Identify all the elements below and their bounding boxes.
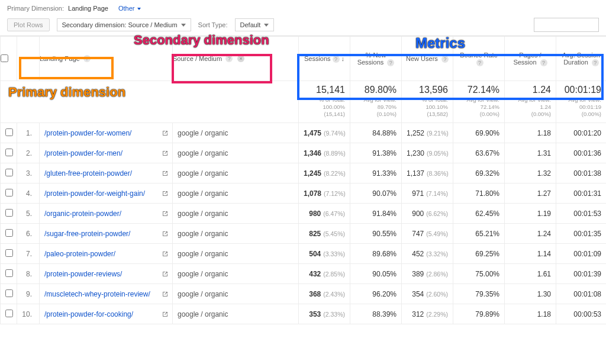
external-link-icon[interactable] — [162, 170, 169, 177]
source-medium-header[interactable]: Source / Medium?× — [173, 37, 299, 81]
plot-rows-button[interactable]: Plot Rows — [7, 18, 50, 31]
table-row: 6./sugar-free-protein-powder/google / or… — [1, 224, 607, 244]
table-row: 9./muscletech-whey-protein-review/google… — [1, 284, 607, 304]
row-checkbox[interactable] — [1, 304, 17, 324]
chevron-down-icon — [181, 24, 186, 27]
landing-page-cell[interactable]: /protein-powder-for-men/ — [40, 143, 173, 163]
external-link-icon[interactable] — [162, 190, 169, 197]
row-checkbox[interactable] — [1, 284, 17, 304]
external-link-icon[interactable] — [162, 230, 169, 237]
dur-cell: 00:01:09 — [556, 244, 607, 264]
bounce-cell: 75.00% — [453, 264, 505, 284]
bounce-cell: 69.32% — [453, 163, 505, 183]
pps-cell: 1.14 — [505, 244, 556, 264]
dur-cell: 00:01:53 — [556, 204, 607, 224]
pps-cell: 1.18 — [505, 123, 556, 143]
row-checkbox[interactable] — [1, 143, 17, 163]
row-checkbox[interactable] — [1, 183, 17, 204]
new-users-cell: 354(2.60%) — [402, 284, 453, 304]
row-checkbox[interactable] — [1, 123, 17, 143]
pct-new-cell: 90.07% — [350, 183, 402, 204]
landing-page-header[interactable]: Landing Page? — [40, 37, 173, 81]
dur-cell: 00:01:36 — [556, 143, 607, 163]
remove-dimension-icon[interactable]: × — [237, 55, 244, 62]
new-users-cell: 1,137(8.36%) — [402, 163, 453, 183]
new-users-cell: 971(7.14%) — [402, 183, 453, 204]
landing-page-cell[interactable]: /protein-powder-for-cooking/ — [40, 304, 173, 324]
select-all-checkbox[interactable] — [1, 37, 17, 81]
row-checkbox[interactable] — [1, 163, 17, 183]
source-medium-cell[interactable]: google / organic — [173, 123, 299, 143]
external-link-icon[interactable] — [162, 130, 169, 137]
sort-type-label: Sort Type: — [198, 21, 228, 28]
row-index: 9. — [17, 284, 40, 304]
new-users-cell: 452(3.32%) — [402, 244, 453, 264]
external-link-icon[interactable] — [162, 150, 169, 157]
sessions-cell: 825(5.45%) — [299, 224, 350, 244]
pct-new-cell: 90.55% — [350, 224, 402, 244]
table-row: 5./organic-protein-powder/google / organ… — [1, 204, 607, 224]
pct-new-cell: 91.38% — [350, 143, 402, 163]
source-medium-cell[interactable]: google / organic — [173, 284, 299, 304]
landing-page-cell[interactable]: /gluten-free-protein-powder/ — [40, 163, 173, 183]
landing-page-cell[interactable]: /paleo-protein-powder/ — [40, 244, 173, 264]
source-medium-cell[interactable]: google / organic — [173, 224, 299, 244]
primary-dim-value[interactable]: Landing Page — [68, 5, 108, 12]
landing-page-cell[interactable]: /protein-powder-for-women/ — [40, 123, 173, 143]
table-row: 7./paleo-protein-powder/google / organic… — [1, 244, 607, 264]
source-medium-cell[interactable]: google / organic — [173, 183, 299, 204]
search-input[interactable] — [534, 18, 599, 32]
landing-page-cell[interactable]: /sugar-free-protein-powder/ — [40, 224, 173, 244]
dur-cell: 00:01:31 — [556, 183, 607, 204]
bounce-cell: 65.21% — [453, 224, 505, 244]
pct-new-cell: 88.39% — [350, 304, 402, 324]
source-medium-cell[interactable]: google / organic — [173, 204, 299, 224]
new-users-total: 13,596% of Total:100.10%(13,582) — [402, 81, 453, 123]
new-users-cell: 1,230(9.05%) — [402, 143, 453, 163]
external-link-icon[interactable] — [162, 250, 169, 257]
pages-session-header[interactable]: Pages / Session ? — [505, 37, 556, 81]
external-link-icon[interactable] — [162, 311, 169, 318]
secondary-dimension-select[interactable]: Secondary dimension: Source / Medium — [57, 18, 191, 31]
pct-new-cell: 89.68% — [350, 244, 402, 264]
help-icon[interactable]: ? — [83, 55, 91, 62]
pps-cell: 1.32 — [505, 163, 556, 183]
row-checkbox[interactable] — [1, 224, 17, 244]
new-users-cell: 389(2.86%) — [402, 264, 453, 284]
source-medium-cell[interactable]: google / organic — [173, 264, 299, 284]
external-link-icon[interactable] — [162, 291, 169, 298]
landing-page-cell[interactable]: /muscletech-whey-protein-review/ — [40, 284, 173, 304]
source-medium-cell[interactable]: google / organic — [173, 143, 299, 163]
pct-new-cell: 91.84% — [350, 204, 402, 224]
pps-cell: 1.61 — [505, 264, 556, 284]
dur-total: 00:01:19Avg for View:00:01:19(0.00%) — [556, 81, 607, 123]
primary-dim-other[interactable]: Other — [118, 5, 141, 12]
external-link-icon[interactable] — [162, 210, 169, 217]
pct-new-cell: 91.33% — [350, 163, 402, 183]
pct-new-sessions-header[interactable]: % New Sessions ? — [350, 37, 402, 81]
row-index-header — [17, 37, 40, 81]
sort-type-select[interactable]: Default — [235, 18, 275, 31]
source-medium-cell[interactable]: google / organic — [173, 304, 299, 324]
external-link-icon[interactable] — [162, 270, 169, 278]
sessions-cell: 1,245(8.22%) — [299, 163, 350, 183]
landing-page-cell[interactable]: /protein-powder-reviews/ — [40, 264, 173, 284]
dur-cell: 00:01:20 — [556, 123, 607, 143]
help-icon[interactable]: ? — [225, 55, 233, 62]
bounce-rate-header[interactable]: Bounce Rate ? — [453, 37, 505, 81]
landing-page-cell[interactable]: /protein-powder-for-weight-gain/ — [40, 183, 173, 204]
new-users-header[interactable]: New Users ? — [402, 37, 453, 81]
sessions-total: 15,141% of Total:100.00%(15,141) — [299, 81, 350, 123]
bounce-total: 72.14%Avg for View:72.14%(0.00%) — [453, 81, 505, 123]
source-medium-cell[interactable]: google / organic — [173, 244, 299, 264]
source-medium-cell[interactable]: google / organic — [173, 163, 299, 183]
new-users-cell: 747(5.49%) — [402, 224, 453, 244]
sessions-header[interactable]: Sessions?↓ — [299, 37, 350, 81]
row-checkbox[interactable] — [1, 244, 17, 264]
row-checkbox[interactable] — [1, 264, 17, 284]
sessions-cell: 432(2.85%) — [299, 264, 350, 284]
row-checkbox[interactable] — [1, 204, 17, 224]
avg-duration-header[interactable]: Avg. Session Duration ? — [556, 37, 607, 81]
landing-page-cell[interactable]: /organic-protein-powder/ — [40, 204, 173, 224]
pps-total: 1.24Avg for View:1.24(0.00%) — [505, 81, 556, 123]
